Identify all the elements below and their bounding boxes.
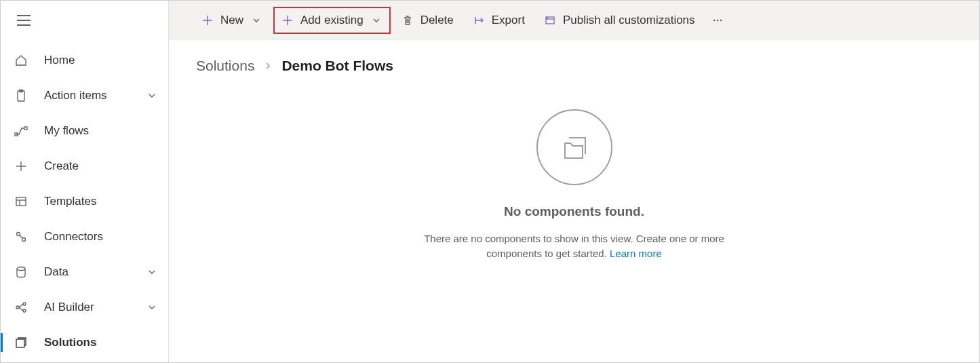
nav-list: Home Action items (1, 40, 168, 360)
folder-stack-icon (555, 128, 593, 166)
solution-icon (14, 336, 28, 349)
chevron-down-icon (146, 302, 157, 313)
new-button[interactable]: New (193, 7, 271, 34)
sidebar-item-ai-builder[interactable]: AI Builder (1, 290, 168, 325)
export-label: Export (492, 14, 525, 27)
svg-point-32 (716, 19, 718, 21)
learn-more-link[interactable]: Learn more (610, 248, 662, 259)
svg-rect-6 (24, 127, 27, 130)
chevron-down-icon (146, 90, 157, 101)
empty-state-description-text: There are no components to show in this … (424, 233, 724, 259)
delete-label: Delete (420, 14, 454, 27)
more-button[interactable] (706, 7, 729, 34)
export-button[interactable]: Export (465, 7, 533, 34)
svg-point-13 (22, 238, 26, 242)
publish-label: Publish all customizations (563, 14, 695, 27)
connector-icon (14, 230, 28, 244)
svg-point-17 (23, 303, 26, 305)
hamburger-icon (17, 15, 31, 26)
hamburger-button[interactable] (10, 7, 37, 34)
svg-line-20 (19, 307, 23, 311)
sidebar-item-create[interactable]: Create (1, 149, 168, 184)
svg-point-33 (720, 19, 722, 21)
chevron-right-icon (264, 62, 272, 70)
toolbar: New Add existing (169, 1, 979, 40)
sidebar-item-label: Templates (44, 195, 157, 208)
clipboard-icon (14, 89, 28, 102)
publish-icon (544, 14, 556, 26)
sidebar-header (1, 1, 168, 40)
chevron-down-icon (146, 267, 157, 278)
sidebar-item-label: Solutions (44, 336, 157, 349)
breadcrumb: Solutions Demo Bot Flows (169, 40, 979, 74)
svg-point-31 (713, 19, 715, 21)
sidebar-item-label: Connectors (44, 230, 157, 244)
delete-button[interactable]: Delete (393, 7, 462, 34)
sidebar-item-label: Home (44, 54, 157, 67)
publish-button[interactable]: Publish all customizations (536, 7, 703, 34)
home-icon (14, 54, 28, 67)
breadcrumb-current: Demo Bot Flows (281, 58, 393, 74)
sidebar-item-label: Create (44, 159, 157, 173)
svg-point-30 (547, 18, 547, 18)
empty-state-title: No components found. (504, 204, 644, 219)
empty-state-description: There are no components to show in this … (398, 231, 751, 261)
sidebar-item-label: Data (44, 265, 146, 279)
empty-state-graphic (536, 109, 612, 185)
ai-icon (14, 301, 28, 314)
sidebar-item-connectors[interactable]: Connectors (1, 219, 168, 254)
svg-rect-3 (18, 91, 24, 101)
trash-icon (401, 14, 414, 26)
sidebar: Home Action items (1, 1, 169, 362)
flow-icon (14, 124, 28, 138)
sidebar-item-label: AI Builder (44, 301, 146, 314)
chevron-down-icon (370, 14, 383, 26)
svg-point-15 (17, 267, 25, 271)
svg-rect-21 (16, 339, 24, 347)
sidebar-item-data[interactable]: Data (1, 254, 168, 290)
sidebar-item-label: My flows (44, 124, 157, 138)
sidebar-item-home[interactable]: Home (1, 43, 168, 78)
new-label: New (220, 14, 243, 27)
svg-point-16 (16, 306, 19, 309)
main: New Add existing (169, 1, 979, 362)
add-existing-label: Add existing (300, 14, 364, 27)
sidebar-item-my-flows[interactable]: My flows (1, 113, 168, 149)
plus-icon (14, 159, 28, 173)
plus-icon (281, 14, 294, 26)
svg-rect-9 (16, 197, 26, 206)
svg-point-18 (23, 309, 26, 312)
database-icon (14, 265, 28, 279)
sidebar-item-templates[interactable]: Templates (1, 184, 168, 219)
empty-state: No components found. There are no compon… (169, 109, 979, 261)
templates-icon (14, 195, 28, 208)
chevron-down-icon (250, 14, 262, 26)
svg-point-12 (17, 233, 20, 236)
sidebar-item-solutions[interactable]: Solutions (1, 325, 168, 360)
plus-icon (201, 14, 214, 26)
add-existing-button[interactable]: Add existing (273, 7, 391, 34)
more-icon (711, 14, 724, 26)
svg-line-19 (19, 304, 23, 307)
export-icon (473, 14, 485, 26)
svg-line-14 (20, 235, 22, 238)
breadcrumb-root[interactable]: Solutions (196, 58, 254, 74)
sidebar-item-label: Action items (44, 89, 146, 102)
sidebar-item-action-items[interactable]: Action items (1, 78, 168, 113)
